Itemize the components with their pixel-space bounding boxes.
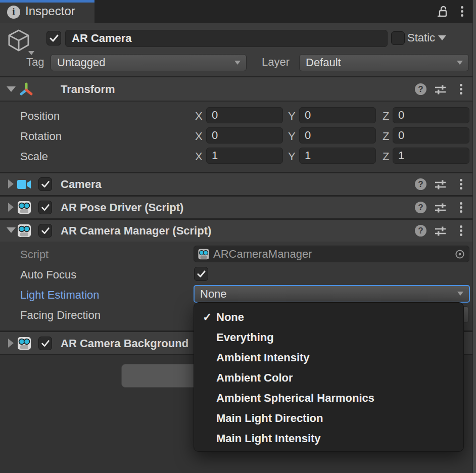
rotation-z-field[interactable]: 0 [393,127,469,144]
light-estimation-dropdown[interactable]: None [194,285,470,303]
axis-x-label: X [195,130,203,143]
camera-component-header[interactable]: Camera ? [0,173,472,195]
tab-active-indicator [0,0,94,3]
check-icon [196,269,207,279]
help-icon[interactable]: ? [415,83,426,95]
foldout-arrow-icon[interactable] [8,179,14,188]
auto-focus-label: Auto Focus [20,268,76,281]
script-value: ARCameraManager [213,246,312,262]
component-menu-kebab-icon[interactable] [456,176,466,192]
layer-dropdown[interactable]: Default [299,54,469,71]
axis-y-label: Y [288,150,296,163]
chevron-down-icon [457,292,463,296]
menu-item-label: Ambient Spherical Harmonics [216,388,374,408]
menu-item-none[interactable]: ✓ None [194,307,463,327]
tag-value: Untagged [57,55,105,71]
help-icon[interactable]: ? [415,202,426,213]
check-icon [40,226,51,236]
transform-header[interactable]: Transform ? [0,77,472,102]
check-icon [40,179,51,190]
menu-item-label: Main Light Direction [216,408,323,429]
menu-item-main-light-intensity[interactable]: Main Light Intensity [194,429,463,449]
chevron-down-icon [457,61,463,65]
tab-bar: Inspector [0,0,472,23]
light-estimation-label: Light Estimation [20,289,100,302]
menu-item-ambient-color[interactable]: Ambient Color [194,368,463,388]
foldout-arrow-icon[interactable] [7,86,16,92]
scale-x-field[interactable]: 1 [206,148,283,164]
position-label: Position [20,110,60,123]
help-icon[interactable]: ? [415,225,426,236]
presets-icon[interactable] [434,225,447,238]
check-icon [49,33,60,44]
static-checkbox[interactable] [391,31,405,45]
menu-item-everything[interactable]: Everything [194,327,463,348]
tab-inspector[interactable]: Inspector [0,0,94,23]
presets-icon[interactable] [434,202,447,214]
scale-label: Scale [20,150,48,163]
transform-title: Transform [61,83,115,96]
rotation-y-field[interactable]: 0 [299,127,376,144]
ar-camera-manager-header[interactable]: AR Camera Manager (Script) ? [0,220,472,242]
menu-item-label: None [216,307,244,327]
ar-camera-manager-enabled-checkbox[interactable] [38,224,52,238]
presets-icon[interactable] [434,83,447,96]
static-dropdown-caret-icon[interactable] [438,35,446,40]
tab-menu-kebab-icon[interactable] [457,4,467,19]
gameobject-icon-caret[interactable] [28,51,34,55]
position-z-field[interactable]: 0 [393,107,469,123]
menu-item-label: Main Light Intensity [216,429,321,449]
position-x-field[interactable]: 0 [206,107,283,123]
foldout-arrow-icon[interactable] [8,203,14,212]
camera-title: Camera [61,178,102,191]
component-menu-kebab-icon[interactable] [456,81,466,97]
lock-icon[interactable] [435,4,450,19]
camera-enabled-checkbox[interactable] [38,177,52,191]
menu-item-ambient-intensity[interactable]: Ambient Intensity [194,348,463,368]
axis-x-label: X [195,110,203,123]
axis-z-label: Z [383,150,389,163]
light-estimation-value: None [200,286,227,302]
tag-dropdown[interactable]: Untagged [51,54,247,71]
gameobject-active-checkbox[interactable] [46,31,61,45]
facing-direction-label: Facing Direction [20,309,101,322]
gameobject-cube-icon[interactable] [6,28,31,53]
ar-camera-manager-title: AR Camera Manager (Script) [61,224,211,238]
gameobject-name-input[interactable]: AR Camera [65,30,388,47]
presets-icon[interactable] [434,178,447,191]
ar-pose-driver-title: AR Pose Driver (Script) [61,201,183,214]
ar-script-icon [17,224,31,238]
menu-item-main-light-direction[interactable]: Main Light Direction [194,408,463,429]
ar-pose-driver-header[interactable]: AR Pose Driver (Script) ? [0,197,472,218]
script-object-field[interactable]: ARCameraManager [194,246,469,262]
vertical-scrollbar[interactable] [472,0,476,473]
axis-z-label: Z [383,110,389,123]
rotation-x-field[interactable]: 0 [206,127,283,144]
position-y-field[interactable]: 0 [299,107,376,123]
ar-pose-driver-enabled-checkbox[interactable] [38,201,52,214]
auto-focus-checkbox[interactable] [194,267,208,281]
foldout-arrow-icon[interactable] [7,227,16,233]
light-estimation-menu: ✓ None Everything Ambient Intensity Ambi… [194,302,464,452]
axis-y-label: Y [288,130,296,143]
tag-label: Tag [26,56,44,69]
component-menu-kebab-icon[interactable] [456,223,466,238]
scale-y-field[interactable]: 1 [299,148,376,164]
help-icon[interactable]: ? [415,178,426,190]
ar-camera-background-enabled-checkbox[interactable] [38,337,52,350]
info-icon [7,6,20,19]
ar-script-icon [17,337,31,350]
scale-z-field[interactable]: 1 [393,148,469,164]
script-label: Script [20,248,49,261]
menu-item-ambient-spherical-harmonics[interactable]: Ambient Spherical Harmonics [194,388,463,408]
foldout-arrow-icon[interactable] [8,339,14,348]
check-icon [40,339,51,349]
rotation-label: Rotation [20,130,62,143]
static-label: Static [407,31,435,44]
camera-icon [17,179,32,190]
component-menu-kebab-icon[interactable] [456,200,466,215]
transform-icon [19,82,33,97]
menu-item-label: Ambient Color [216,368,293,388]
object-picker-icon[interactable] [455,249,465,259]
layer-label: Layer [262,56,290,69]
